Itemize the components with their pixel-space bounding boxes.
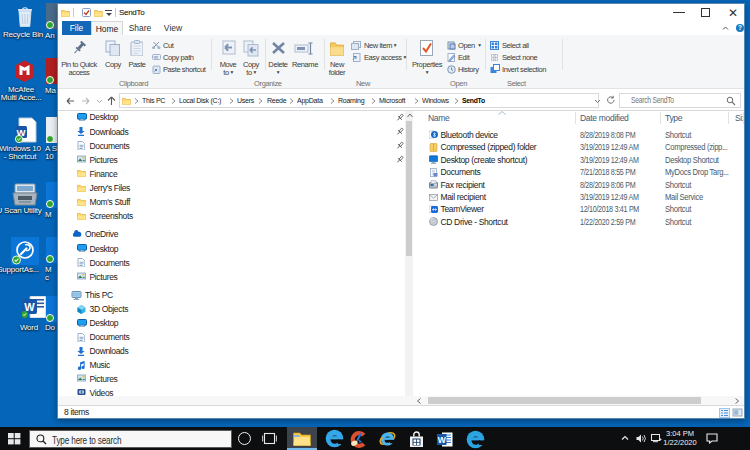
svg-text:W: W xyxy=(438,435,447,445)
svg-text:W: W xyxy=(24,301,35,313)
